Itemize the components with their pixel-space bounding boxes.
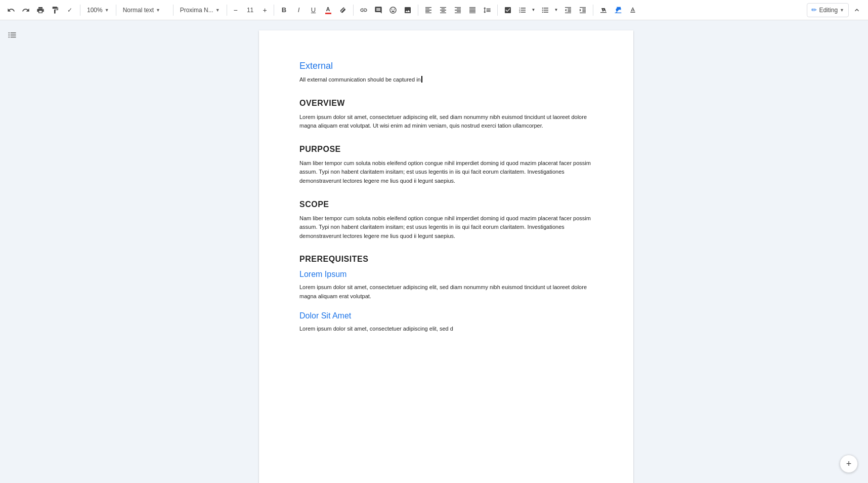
image-icon: [404, 6, 412, 14]
heading-scope: SCOPE: [299, 200, 593, 209]
emoji-icon: [389, 6, 397, 14]
line-spacing-button[interactable]: [480, 3, 494, 17]
font-size-group: − +: [230, 3, 271, 17]
align-left-button[interactable]: [421, 3, 436, 17]
zoom-dropdown[interactable]: 100% ▼: [83, 3, 113, 17]
text-color-icon: A: [325, 6, 331, 14]
undo-button[interactable]: [4, 3, 18, 17]
svg-rect-5: [11, 37, 16, 38]
collapse-toolbar-button[interactable]: [850, 3, 864, 17]
svg-rect-2: [9, 34, 10, 35]
line-spacing-icon: [483, 6, 491, 14]
font-size-increase-button[interactable]: +: [259, 3, 271, 17]
body-scope: Nam liber tempor cum soluta nobis eleife…: [299, 214, 593, 241]
clear-format-button[interactable]: [596, 3, 611, 17]
spell-check-button[interactable]: ✓: [63, 3, 77, 17]
checklist-button[interactable]: [501, 3, 515, 17]
heading-dolor-sit-amet: Dolor Sit Amet: [299, 311, 593, 320]
section-scope: SCOPE Nam liber tempor cum soluta nobis …: [299, 200, 593, 241]
increase-indent-icon: [579, 6, 587, 14]
paint-format-button[interactable]: [48, 3, 62, 17]
document-area[interactable]: External All external communication shou…: [24, 20, 868, 483]
comment-icon: [374, 6, 382, 14]
extra-format-group: [596, 3, 640, 17]
numbered-list-icon: [518, 6, 527, 14]
zoom-chevron-icon: ▼: [105, 8, 109, 13]
section-purpose: PURPOSE Nam liber tempor cum soluta nobi…: [299, 145, 593, 186]
sep4: [227, 5, 227, 16]
highlight-button[interactable]: [336, 3, 350, 17]
text-highlight-mode-button[interactable]: [611, 3, 625, 17]
font-family-value: Proxima N...: [180, 7, 213, 14]
text-highlight-mode-icon: [614, 6, 622, 14]
body-external: All external communication should be cap…: [299, 75, 593, 85]
insert-emoji-button[interactable]: [386, 3, 400, 17]
sep8: [497, 5, 498, 16]
text-color-button[interactable]: A: [321, 3, 335, 17]
sep5: [274, 5, 274, 16]
editing-pencil-icon: ✏: [811, 6, 817, 14]
fab-icon: +: [846, 459, 852, 469]
text-style-dropdown[interactable]: Normal text ▼: [119, 3, 170, 17]
fab-button[interactable]: +: [840, 455, 858, 473]
align-center-button[interactable]: [436, 3, 450, 17]
link-icon: [360, 6, 368, 14]
editing-mode-dropdown[interactable]: ✏ Editing ▼: [807, 3, 849, 17]
align-justify-icon: [468, 6, 476, 14]
heading-prerequisites: PREREQUISITES: [299, 255, 593, 264]
numbered-list-group: ▼: [515, 3, 538, 17]
heading-overview: OVERVIEW: [299, 99, 593, 108]
insert-comment-button[interactable]: [371, 3, 385, 17]
collapse-icon: [853, 6, 861, 14]
svg-rect-3: [11, 34, 16, 35]
bold-button[interactable]: B: [277, 3, 291, 17]
font-family-dropdown[interactable]: Proxima N... ▼: [177, 3, 224, 17]
align-justify-button[interactable]: [465, 3, 480, 17]
editing-mode-label: Editing: [819, 7, 838, 14]
font-size-decrease-button[interactable]: −: [230, 3, 241, 17]
align-right-button[interactable]: [451, 3, 465, 17]
text-mode-button[interactable]: [626, 3, 640, 17]
text-cursor: [421, 76, 422, 83]
section-prerequisites: PREREQUISITES Lorem Ipsum Lorem ipsum do…: [299, 255, 593, 333]
outline-toggle-button[interactable]: [5, 28, 19, 43]
decrease-indent-button[interactable]: [561, 3, 575, 17]
sep7: [418, 5, 418, 16]
section-external: External All external communication shou…: [299, 61, 593, 85]
svg-rect-0: [9, 32, 10, 33]
body-overview: Lorem ipsum dolor sit amet, consectetuer…: [299, 113, 593, 131]
numbered-list-button[interactable]: [515, 3, 530, 17]
sidebar: [0, 20, 24, 483]
toolbar: ✓ 100% ▼ Normal text ▼ Proxima N... ▼ − …: [0, 0, 868, 20]
svg-rect-4: [9, 37, 10, 38]
align-right-icon: [454, 6, 462, 14]
text-mode-icon: [629, 6, 637, 14]
heading-purpose: PURPOSE: [299, 145, 593, 154]
print-button[interactable]: [33, 3, 48, 17]
bullet-list-icon: [541, 6, 549, 14]
insert-link-button[interactable]: [357, 3, 371, 17]
spell-check-icon: ✓: [67, 7, 72, 14]
format-group: B I U A: [277, 3, 350, 17]
increase-indent-button[interactable]: [576, 3, 590, 17]
underline-button[interactable]: U: [307, 3, 321, 17]
bullet-list-dropdown[interactable]: ▼: [552, 3, 560, 17]
redo-button[interactable]: [19, 3, 33, 17]
body-lorem-ipsum: Lorem ipsum dolor sit amet, consectetuer…: [299, 283, 593, 301]
font-family-chevron-icon: ▼: [215, 8, 220, 13]
zoom-value: 100%: [87, 7, 103, 14]
subsection-lorem-ipsum: Lorem Ipsum Lorem ipsum dolor sit amet, …: [299, 270, 593, 301]
numbered-list-dropdown[interactable]: ▼: [530, 3, 538, 17]
align-left-icon: [424, 6, 432, 14]
italic-button[interactable]: I: [292, 3, 306, 17]
bullet-list-group: ▼: [538, 3, 560, 17]
insert-group: [357, 3, 415, 17]
font-size-input[interactable]: [242, 7, 258, 14]
insert-image-button[interactable]: [401, 3, 415, 17]
history-group: ✓: [4, 3, 77, 17]
bullet-list-button[interactable]: [538, 3, 552, 17]
align-center-icon: [439, 6, 447, 14]
section-overview: OVERVIEW Lorem ipsum dolor sit amet, con…: [299, 99, 593, 131]
text-style-value: Normal text: [123, 7, 154, 14]
sep6: [353, 5, 354, 16]
